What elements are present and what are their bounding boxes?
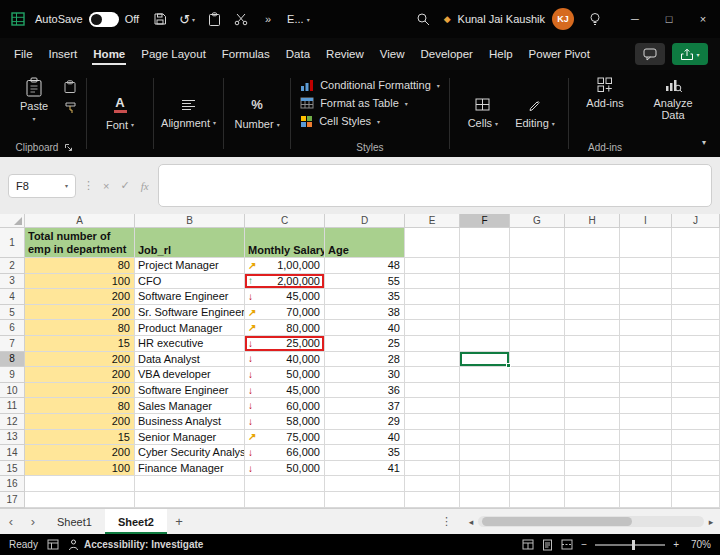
zoom-slider-thumb[interactable] bbox=[632, 540, 635, 550]
cell-A13[interactable]: 15 bbox=[25, 430, 135, 446]
cell-J4[interactable] bbox=[672, 289, 720, 305]
cell-G7[interactable] bbox=[510, 336, 565, 352]
clipboard-dialog-launcher-icon[interactable] bbox=[64, 143, 73, 152]
cell-D11[interactable]: 37 bbox=[325, 398, 405, 414]
scroll-left-icon[interactable]: ◂ bbox=[464, 517, 478, 527]
cell-D15[interactable]: 41 bbox=[325, 461, 405, 477]
row-header-14[interactable]: 14 bbox=[0, 445, 25, 461]
cell-E11[interactable] bbox=[405, 398, 460, 414]
cell-B6[interactable]: Product Manager bbox=[135, 320, 245, 336]
menu-item-file[interactable]: File bbox=[6, 42, 41, 66]
paste-special-icon[interactable] bbox=[64, 80, 77, 93]
cell-D12[interactable]: 29 bbox=[325, 414, 405, 430]
cell-D5[interactable]: 38 bbox=[325, 305, 405, 321]
cell-I13[interactable] bbox=[620, 430, 672, 446]
row-header-8[interactable]: 8 bbox=[0, 352, 25, 368]
cell-H17[interactable] bbox=[565, 492, 620, 508]
menu-item-review[interactable]: Review bbox=[318, 42, 372, 66]
row-header-4[interactable]: 4 bbox=[0, 289, 25, 305]
cell-B14[interactable]: Cyber Security Analyst bbox=[135, 445, 245, 461]
cell-A12[interactable]: 200 bbox=[25, 414, 135, 430]
scrollbar-thumb[interactable] bbox=[482, 517, 632, 526]
cell-J6[interactable] bbox=[672, 320, 720, 336]
number-group-button[interactable]: % Number▾ bbox=[231, 70, 283, 157]
cell-G1[interactable] bbox=[510, 228, 565, 258]
cell-B4[interactable]: Software Engineer bbox=[135, 289, 245, 305]
comments-button[interactable] bbox=[635, 43, 665, 65]
next-sheet-icon[interactable]: › bbox=[22, 509, 44, 534]
name-box-chevron-icon[interactable]: ▾ bbox=[65, 182, 68, 189]
editing-group-button[interactable]: Editing▾ bbox=[509, 70, 561, 157]
sheet-tab-sheet1[interactable]: Sheet1 bbox=[44, 509, 105, 534]
cell-H10[interactable] bbox=[565, 383, 620, 399]
cell-J14[interactable] bbox=[672, 445, 720, 461]
sheet-view-icon[interactable] bbox=[47, 539, 59, 550]
cell-G11[interactable] bbox=[510, 398, 565, 414]
cell-A7[interactable]: 15 bbox=[25, 336, 135, 352]
cell-B12[interactable]: Business Analyst bbox=[135, 414, 245, 430]
cell-D3[interactable]: 55 bbox=[325, 274, 405, 290]
cell-I14[interactable] bbox=[620, 445, 672, 461]
cell-I9[interactable] bbox=[620, 367, 672, 383]
cell-J13[interactable] bbox=[672, 430, 720, 446]
avatar[interactable]: KJ bbox=[552, 8, 574, 30]
undo-menu-chevron-icon[interactable]: ▾ bbox=[192, 16, 195, 23]
cell-I15[interactable] bbox=[620, 461, 672, 477]
cell-I16[interactable] bbox=[620, 476, 672, 492]
column-header-E[interactable]: E bbox=[405, 214, 460, 228]
cell-H8[interactable] bbox=[565, 352, 620, 368]
cell-E3[interactable] bbox=[405, 274, 460, 290]
cell-D2[interactable]: 48 bbox=[325, 258, 405, 274]
cancel-icon[interactable]: × bbox=[101, 180, 111, 192]
column-header-C[interactable]: C bbox=[245, 214, 325, 228]
column-header-B[interactable]: B bbox=[135, 214, 245, 228]
minimize-button[interactable]: ─ bbox=[618, 0, 652, 38]
cell-J5[interactable] bbox=[672, 305, 720, 321]
column-header-I[interactable]: I bbox=[620, 214, 672, 228]
cell-E13[interactable] bbox=[405, 430, 460, 446]
cell-C11[interactable]: ↓60,000 bbox=[245, 398, 325, 414]
column-header-D[interactable]: D bbox=[325, 214, 405, 228]
cell-F5[interactable] bbox=[460, 305, 510, 321]
cell-A11[interactable]: 80 bbox=[25, 398, 135, 414]
prev-sheet-icon[interactable]: ‹ bbox=[0, 509, 22, 534]
cell-H5[interactable] bbox=[565, 305, 620, 321]
cell-A6[interactable]: 80 bbox=[25, 320, 135, 336]
cell-F9[interactable] bbox=[460, 367, 510, 383]
save-icon[interactable] bbox=[152, 11, 168, 27]
cell-A5[interactable]: 200 bbox=[25, 305, 135, 321]
formula-input[interactable] bbox=[158, 164, 712, 207]
sheet-tab-sheet2[interactable]: Sheet2 bbox=[105, 509, 167, 534]
cell-H15[interactable] bbox=[565, 461, 620, 477]
cell-J7[interactable] bbox=[672, 336, 720, 352]
cell-H16[interactable] bbox=[565, 476, 620, 492]
normal-view-icon[interactable] bbox=[522, 539, 534, 550]
menu-item-help[interactable]: Help bbox=[481, 42, 521, 66]
cell-H9[interactable] bbox=[565, 367, 620, 383]
cell-A15[interactable]: 100 bbox=[25, 461, 135, 477]
row-header-10[interactable]: 10 bbox=[0, 383, 25, 399]
autosave-control[interactable]: AutoSave Off bbox=[35, 12, 139, 27]
cell-G12[interactable] bbox=[510, 414, 565, 430]
cell-I3[interactable] bbox=[620, 274, 672, 290]
format-painter-icon[interactable] bbox=[64, 101, 77, 114]
cell-G2[interactable] bbox=[510, 258, 565, 274]
cell-E5[interactable] bbox=[405, 305, 460, 321]
cell-B17[interactable] bbox=[135, 492, 245, 508]
cell-J10[interactable] bbox=[672, 383, 720, 399]
row-header-5[interactable]: 5 bbox=[0, 305, 25, 321]
cell-H6[interactable] bbox=[565, 320, 620, 336]
cell-E4[interactable] bbox=[405, 289, 460, 305]
cell-I2[interactable] bbox=[620, 258, 672, 274]
cell-I8[interactable] bbox=[620, 352, 672, 368]
menu-item-home[interactable]: Home bbox=[85, 42, 133, 66]
cell-I1[interactable] bbox=[620, 228, 672, 258]
cell-E1[interactable] bbox=[405, 228, 460, 258]
cell-J3[interactable] bbox=[672, 274, 720, 290]
cell-A17[interactable] bbox=[25, 492, 135, 508]
cell-B8[interactable]: Data Analyst bbox=[135, 352, 245, 368]
menu-item-formulas[interactable]: Formulas bbox=[214, 42, 278, 66]
menu-item-developer[interactable]: Developer bbox=[413, 42, 481, 66]
cell-H11[interactable] bbox=[565, 398, 620, 414]
cell-C7[interactable]: ↓25,000 bbox=[245, 336, 325, 352]
